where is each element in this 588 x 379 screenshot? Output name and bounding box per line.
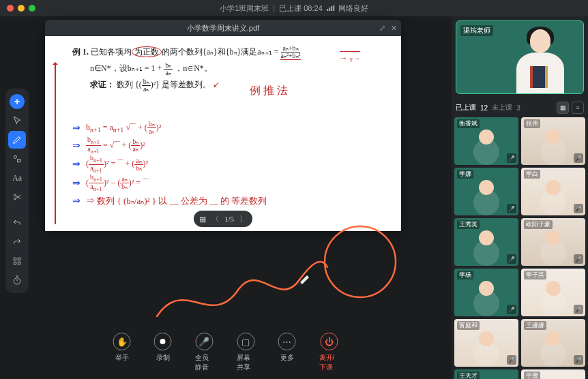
student-name: 李子其	[524, 271, 546, 279]
mic-icon[interactable]: 🎤	[507, 355, 516, 365]
network-label: 网络良好	[338, 3, 368, 14]
student-name: 王秀英	[457, 220, 480, 229]
problem-label: 例 1.	[72, 47, 89, 57]
svg-rect-7	[18, 262, 20, 264]
student-name: 李杨	[457, 271, 473, 279]
tool-palette: + Aa	[5, 89, 29, 293]
student-tile[interactable]: 于蜜🎤	[521, 369, 585, 379]
more-button[interactable]: ⋯更多	[278, 333, 296, 372]
timer-tool[interactable]	[8, 271, 26, 289]
mic-icon[interactable]: 🎤	[507, 254, 516, 264]
student-tile[interactable]: 王秀英🎤	[454, 218, 518, 266]
conclusion: ⇒ 数列 { (bₙ/aₙ)² } 以 __ 公差为 __ 的 等差数列	[86, 194, 267, 209]
expand-icon[interactable]: ⤢	[379, 24, 385, 33]
mic-icon[interactable]: 🎤	[574, 305, 583, 314]
svg-point-0	[14, 155, 16, 158]
minimize-window[interactable]	[18, 5, 25, 12]
class-status: 已上课 08:24	[279, 3, 323, 14]
document-page: 例 1. 已知各项均为正数的两个数列{aₙ}和{bₙ}满足aₙ₊₁ = aₙ+b…	[45, 36, 401, 231]
student-name: 于蜜	[524, 372, 540, 379]
teacher-name: 渠筠老师	[460, 25, 493, 36]
document-header[interactable]: 小学数学周末讲义.pdf ⤢ ✕	[45, 20, 401, 36]
teacher-figure	[510, 25, 571, 93]
mic-icon[interactable]: 🎤	[507, 153, 516, 163]
svg-rect-6	[14, 262, 16, 264]
student-name: 富庭和	[457, 321, 480, 330]
svg-rect-4	[14, 258, 16, 260]
class-name: 小学1班周末班	[220, 3, 269, 14]
student-tile[interactable]: 王天才🎤	[454, 369, 518, 379]
svg-point-9	[325, 226, 396, 297]
titlebar: 小学1班周末班 | 已上课 08:24 网络良好	[0, 0, 588, 16]
apps-tool[interactable]	[8, 252, 26, 270]
student-tile[interactable]: 衡香斌🎤	[454, 117, 518, 165]
student-grid: 衡香斌🎤张伟🎤李娜🎤李白🎤王秀英🎤欧阳子豪🎤李杨🎤李子其🎤富庭和🎤王娜娜🎤王天才…	[452, 117, 588, 379]
page-indicator: 1/5	[224, 215, 234, 223]
student-name: 张伟	[524, 119, 540, 128]
mic-icon[interactable]: 🎤	[507, 204, 516, 213]
page-next[interactable]: 〉	[239, 214, 247, 224]
svg-point-3	[14, 198, 16, 200]
student-tile[interactable]: 王娜娜🎤	[521, 319, 585, 367]
student-tile[interactable]: 李子其🎤	[521, 269, 585, 316]
participants-panel: 渠筠老师 已上课 12 未上课 3 ▦ ≡ 衡香斌🎤张伟🎤李娜🎤李白🎤王秀英🎤欧…	[452, 16, 588, 379]
grid-view-toggle[interactable]: ▦	[557, 102, 569, 114]
student-tile[interactable]: 李白🎤	[521, 168, 585, 215]
page-control: ▦ 〈 1/5 〉	[194, 211, 252, 227]
svg-rect-1	[18, 160, 20, 162]
student-name: 李白	[524, 170, 540, 179]
record-button[interactable]: 录制	[154, 333, 172, 372]
student-tile[interactable]: 富庭和🎤	[454, 319, 518, 367]
svg-rect-5	[18, 258, 20, 260]
present-count: 12	[480, 104, 488, 112]
mic-icon[interactable]: 🎤	[574, 153, 583, 163]
student-name: 李娜	[457, 170, 473, 179]
student-name: 衡香斌	[457, 119, 480, 128]
absent-count: 3	[516, 104, 520, 112]
document-title: 小学数学周末讲义.pdf	[187, 23, 259, 33]
document-window[interactable]: 小学数学周末讲义.pdf ⤢ ✕ 例 1. 已知各项均为正数的两个数列{aₙ}和…	[45, 20, 401, 231]
student-name: 王娜娜	[524, 321, 546, 330]
add-tool[interactable]: +	[8, 93, 26, 110]
close-window[interactable]	[7, 5, 14, 12]
svg-point-2	[14, 194, 16, 196]
student-name: 王天才	[457, 372, 480, 379]
window-controls	[7, 5, 35, 12]
student-tile[interactable]: 张伟🎤	[521, 117, 585, 165]
maximize-window[interactable]	[29, 5, 35, 12]
teacher-video[interactable]: 渠筠老师	[456, 20, 584, 94]
leave-button[interactable]: ⏻离开/下课	[319, 333, 339, 372]
page-prev[interactable]: 〈	[211, 214, 219, 224]
signal-icon	[327, 5, 334, 11]
text-tool[interactable]: Aa	[8, 169, 26, 187]
list-view-toggle[interactable]: ≡	[572, 102, 584, 114]
close-icon[interactable]: ✕	[391, 24, 397, 33]
student-tile[interactable]: 李杨🎤	[454, 269, 518, 316]
scissors-tool[interactable]	[8, 188, 26, 206]
mic-icon[interactable]: 🎤	[574, 254, 583, 264]
shapes-tool[interactable]	[8, 150, 26, 168]
student-name: 欧阳子豪	[524, 220, 553, 229]
annotation: 例 推 法	[250, 84, 288, 98]
student-tile[interactable]: 欧阳子豪🎤	[521, 218, 585, 266]
redo-button[interactable]	[8, 233, 26, 251]
share-screen-button[interactable]: ▢屏幕共享	[237, 333, 255, 372]
attendance-row: 已上课 12 未上课 3 ▦ ≡	[456, 98, 584, 117]
call-controls: ✋举手 录制 🎤全员静音 ▢屏幕共享 ⋯更多 ⏻离开/下课	[113, 333, 339, 372]
raise-hand-button[interactable]: ✋举手	[113, 333, 131, 372]
mic-icon[interactable]: 🎤	[574, 355, 583, 365]
whiteboard-stage[interactable]: + Aa 小学数学周末讲义.pdf ⤢ ✕ 例 1. 已知各项均为正数的两个数列…	[0, 16, 452, 379]
page-grid-icon[interactable]: ▦	[199, 215, 206, 224]
undo-button[interactable]	[8, 214, 26, 232]
pen-tool[interactable]	[8, 131, 26, 149]
mute-all-button[interactable]: 🎤全员静音	[195, 333, 214, 372]
mic-icon[interactable]: 🎤	[574, 204, 583, 213]
student-tile[interactable]: 李娜🎤	[454, 168, 518, 215]
cursor-tool[interactable]	[8, 112, 26, 130]
mic-icon[interactable]: 🎤	[507, 305, 516, 314]
